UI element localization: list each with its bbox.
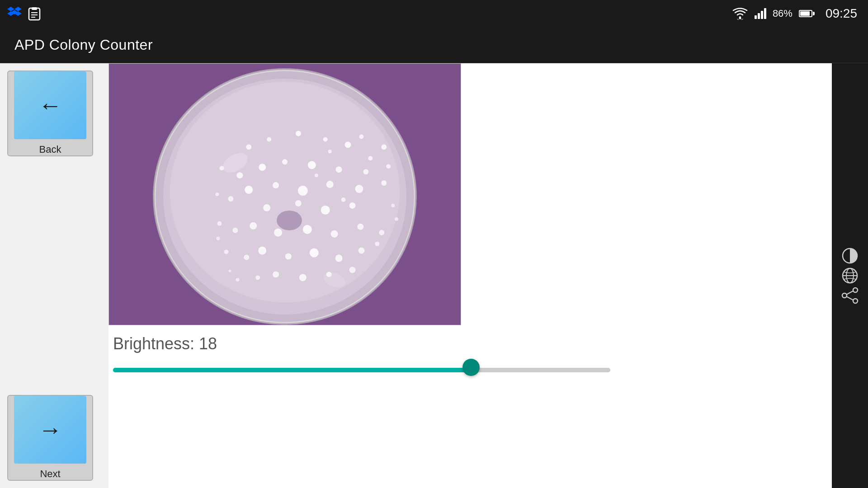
svg-point-39 [228, 196, 233, 202]
globe-icon[interactable] [840, 266, 860, 286]
svg-point-26 [282, 159, 288, 164]
center-panel: Brightness: 18 [108, 63, 832, 488]
back-button-label: Back [39, 144, 61, 155]
svg-point-37 [355, 185, 363, 193]
svg-point-72 [395, 217, 398, 221]
battery-icon [799, 10, 815, 17]
wifi-icon [732, 7, 748, 20]
brightness-label: Brightness: 18 [113, 334, 814, 353]
svg-point-47 [303, 225, 312, 234]
svg-point-73 [217, 237, 220, 240]
svg-point-71 [216, 192, 219, 196]
svg-point-43 [349, 202, 356, 209]
svg-point-64 [349, 267, 356, 273]
app-header: APD Colony Counter [0, 27, 868, 63]
status-time: 09:25 [826, 6, 857, 21]
svg-point-54 [285, 253, 292, 260]
svg-point-62 [299, 274, 307, 281]
svg-point-56 [335, 255, 343, 262]
app-title: APD Colony Counter [14, 37, 153, 53]
tasks-icon [27, 6, 42, 21]
svg-point-50 [379, 230, 384, 235]
svg-point-23 [267, 137, 271, 141]
svg-point-82 [853, 299, 858, 303]
slider-fill [113, 368, 471, 372]
svg-point-67 [228, 269, 231, 272]
status-bar-left [7, 6, 42, 21]
svg-point-81 [853, 288, 858, 292]
svg-point-34 [273, 182, 279, 188]
slider-container [113, 359, 610, 376]
svg-rect-6 [32, 7, 37, 10]
svg-line-85 [846, 296, 853, 300]
back-arrow-icon: ← [38, 94, 62, 117]
svg-point-10 [739, 17, 741, 19]
svg-point-49 [357, 224, 363, 230]
svg-point-21 [368, 156, 373, 160]
svg-point-61 [273, 271, 279, 277]
svg-point-17 [323, 137, 328, 141]
svg-point-31 [236, 172, 243, 178]
svg-point-18 [345, 141, 351, 148]
battery-percent: 86% [773, 8, 793, 19]
svg-point-66 [236, 278, 239, 282]
svg-point-59 [224, 250, 228, 254]
svg-point-35 [298, 186, 308, 196]
next-button-label: Next [40, 468, 60, 480]
status-bar: 86% 09:25 [0, 0, 868, 27]
svg-point-83 [842, 293, 847, 298]
petri-dish-image [108, 63, 461, 325]
svg-point-53 [258, 247, 266, 255]
svg-line-84 [846, 291, 853, 295]
svg-point-44 [277, 211, 302, 230]
svg-point-16 [296, 131, 301, 136]
svg-point-29 [363, 169, 368, 174]
slider-track [113, 368, 610, 372]
status-icons: 86% 09:25 [732, 6, 857, 21]
back-button-inner: ← [14, 71, 86, 139]
back-button[interactable]: ← Back [7, 70, 93, 156]
svg-point-40 [263, 204, 270, 211]
svg-point-27 [308, 161, 316, 169]
svg-point-58 [244, 255, 249, 260]
next-button-inner: → [14, 396, 86, 464]
svg-point-33 [245, 186, 253, 194]
next-button[interactable]: → Next [7, 395, 93, 481]
circle-toggle-icon[interactable] [840, 246, 860, 266]
svg-point-38 [381, 180, 387, 186]
svg-point-25 [259, 164, 266, 171]
share-icon[interactable] [840, 286, 860, 305]
svg-point-52 [217, 221, 222, 226]
svg-point-60 [375, 242, 379, 246]
svg-point-20 [381, 144, 387, 150]
svg-point-42 [321, 206, 330, 215]
svg-point-55 [310, 249, 319, 258]
svg-point-46 [274, 229, 282, 237]
left-panel: ← Back → Next [0, 63, 108, 488]
svg-marker-1 [14, 7, 22, 11]
svg-point-30 [386, 164, 391, 169]
svg-point-19 [359, 134, 363, 139]
next-arrow-icon: → [38, 418, 62, 441]
slider-thumb[interactable] [462, 359, 480, 376]
svg-point-57 [358, 248, 364, 254]
brightness-control: Brightness: 18 [108, 325, 832, 380]
svg-point-48 [331, 230, 338, 238]
main-content: ← Back → Next [0, 63, 868, 488]
svg-point-68 [315, 174, 318, 177]
svg-point-28 [336, 166, 342, 173]
svg-point-24 [246, 144, 251, 150]
svg-point-69 [341, 197, 346, 202]
signal-bars [755, 8, 766, 19]
svg-point-65 [255, 275, 260, 280]
svg-point-45 [250, 222, 257, 230]
dropbox-icon [7, 7, 22, 20]
svg-point-14 [170, 82, 400, 302]
svg-point-36 [326, 181, 334, 188]
svg-point-41 [295, 200, 302, 206]
svg-point-70 [391, 204, 395, 207]
right-panel [832, 63, 868, 488]
svg-point-51 [232, 228, 238, 233]
svg-point-22 [328, 150, 332, 153]
